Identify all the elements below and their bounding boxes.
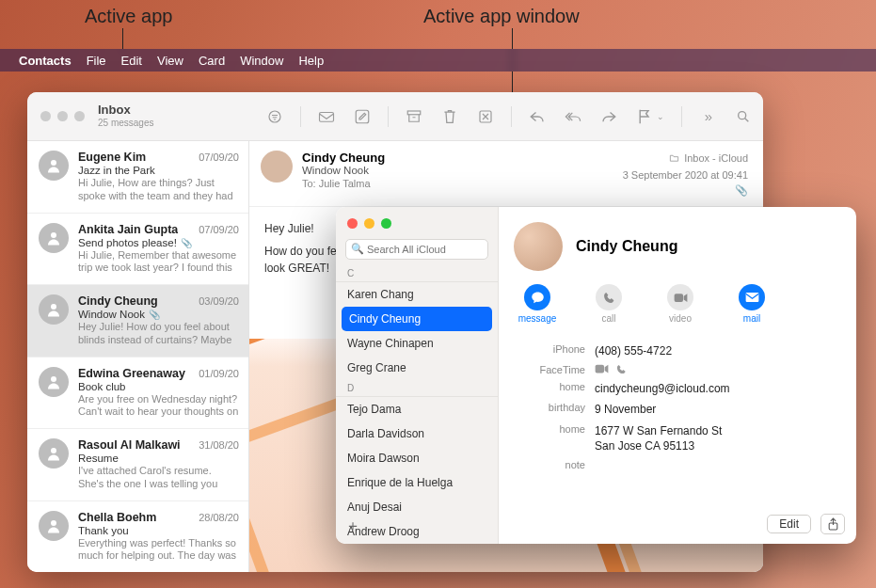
forward-icon[interactable]	[600, 108, 617, 125]
field-label: home	[514, 423, 585, 435]
action-label: message	[518, 313, 557, 324]
menubar-app-name[interactable]: Contacts	[19, 54, 72, 68]
contact-name: Cindy Cheung	[576, 238, 677, 255]
field-facetime: FaceTime	[514, 361, 841, 378]
menu-card[interactable]: Card	[199, 54, 225, 68]
compose-icon[interactable]	[354, 108, 371, 125]
svg-point-7	[51, 232, 56, 238]
contact-photo[interactable]	[514, 222, 563, 271]
facetime-video-icon[interactable]	[595, 364, 609, 374]
address-line: 1677 W San Fernando St	[595, 423, 841, 438]
contact-item[interactable]: Greg Crane	[336, 356, 498, 380]
contact-item[interactable]: Cindy Cheung	[342, 307, 492, 331]
message-subject: Window Nook📎	[78, 309, 239, 320]
message-preview: Hi Julie, Remember that awesome trip we …	[78, 249, 239, 276]
annotation-active-window: Active app window	[423, 6, 580, 27]
field-address: home 1677 W San Fernando St San Jose CA …	[514, 421, 841, 456]
reply-icon[interactable]	[529, 108, 546, 125]
search-input[interactable]	[345, 239, 488, 260]
avatar	[39, 294, 69, 325]
chevron-down-icon[interactable]: ⌄	[657, 112, 664, 121]
trash-icon[interactable]	[441, 108, 458, 125]
field-email: home cindycheung9@icloud.com	[514, 378, 841, 399]
contact-item[interactable]: Enrique de la Huelga	[336, 470, 498, 495]
svg-point-0	[269, 111, 280, 122]
svg-rect-13	[745, 293, 758, 302]
avatar	[39, 151, 69, 181]
minimize-button[interactable]	[364, 218, 374, 229]
field-label: home	[514, 381, 585, 392]
contact-item[interactable]: Tejo Dama	[336, 397, 498, 421]
message-item[interactable]: Chella Boehm28/08/20Thank youEverything …	[27, 501, 248, 573]
menu-view[interactable]: View	[157, 54, 183, 68]
minimize-button[interactable]	[57, 111, 68, 121]
field-value[interactable]: (408) 555-4722	[595, 343, 841, 358]
menu-help[interactable]: Help	[298, 54, 324, 68]
mail-action[interactable]: mail	[732, 284, 772, 324]
contacts-list[interactable]: CKaren ChangCindy CheungWayne ChinapenGr…	[336, 265, 498, 544]
message-preview: I've attached Carol's resume. She's the …	[78, 465, 239, 491]
attachment-icon: 📎	[623, 183, 748, 199]
close-button[interactable]	[347, 218, 358, 229]
message-list[interactable]: Eugene Kim07/09/20Jazz in the ParkHi Jul…	[27, 141, 249, 572]
svg-rect-12	[674, 294, 682, 302]
folder-icon	[669, 153, 679, 163]
flag-icon[interactable]	[636, 108, 653, 125]
message-from: Rasoul Al Malkawi	[78, 438, 181, 452]
message-subject: Thank you	[78, 525, 239, 536]
menu-file[interactable]: File	[87, 54, 106, 68]
close-button[interactable]	[40, 111, 51, 121]
message-item[interactable]: Cindy Cheung03/09/20Window Nook📎Hey Juli…	[27, 285, 248, 358]
call-action[interactable]: call	[589, 284, 629, 324]
more-icon[interactable]: »	[699, 108, 716, 125]
share-button[interactable]	[820, 514, 845, 534]
phone-icon	[596, 284, 622, 310]
contacts-sidebar: 🔍 CKaren ChangCindy CheungWayne Chinapen…	[336, 207, 499, 544]
svg-point-9	[51, 376, 56, 382]
message-location: Inbox - iCloud	[669, 151, 748, 167]
contact-fields: iPhone (408) 555-4722 FaceTime home cind…	[514, 341, 841, 473]
message-datetime: 3 September 2020 at 09:41	[623, 167, 748, 183]
svg-rect-3	[407, 111, 421, 115]
archive-icon[interactable]	[406, 108, 422, 125]
filter-icon[interactable]	[266, 108, 283, 125]
contact-item[interactable]: Moira Dawson	[336, 446, 498, 470]
reply-all-icon[interactable]	[565, 108, 581, 125]
compose-new-icon[interactable]	[318, 108, 335, 125]
video-icon	[667, 284, 693, 310]
contact-card: Cindy Cheung message call video mail iPh…	[499, 207, 856, 544]
edit-button[interactable]: Edit	[767, 515, 811, 533]
section-header: C	[336, 265, 498, 282]
zoom-button[interactable]	[74, 111, 85, 121]
mailbox-title-block: Inbox 25 messages	[98, 103, 153, 128]
message-subject: Jazz in the Park	[78, 165, 239, 176]
search-icon[interactable]	[735, 108, 752, 125]
message-date: 03/09/20	[199, 295, 239, 307]
sender-avatar	[261, 151, 293, 183]
field-value[interactable]: 1677 W San Fernando St San Jose CA 95113	[595, 423, 841, 453]
mail-toolbar: Inbox 25 messages ⌄ »	[27, 92, 763, 141]
message-item[interactable]: Eugene Kim07/09/20Jazz in the ParkHi Jul…	[27, 141, 248, 214]
facetime-audio-icon[interactable]	[616, 364, 627, 374]
add-contact-button[interactable]: ＋	[345, 516, 360, 536]
video-action[interactable]: video	[661, 284, 700, 324]
contact-item[interactable]: Darla Davidson	[336, 421, 498, 446]
zoom-button[interactable]	[381, 218, 391, 229]
field-value: 9 November	[595, 402, 841, 417]
field-value[interactable]: cindycheung9@icloud.com	[595, 381, 841, 396]
contact-item[interactable]: Wayne Chinapen	[336, 331, 498, 356]
field-iphone: iPhone (408) 555-4722	[514, 341, 841, 361]
menu-window[interactable]: Window	[240, 54, 283, 68]
message-item[interactable]: Ankita Jain Gupta07/09/20Send photos ple…	[27, 214, 248, 286]
action-label: call	[601, 313, 615, 324]
contacts-search: 🔍	[345, 239, 488, 260]
message-subject: Send photos please!📎	[78, 237, 239, 248]
message-item[interactable]: Rasoul Al Malkawi31/08/20ResumeI've atta…	[27, 429, 248, 501]
message-subject: Book club	[78, 381, 239, 392]
system-menubar: Contacts File Edit View Card Window Help	[0, 49, 876, 72]
contact-item[interactable]: Karen Chang	[336, 282, 498, 307]
junk-icon[interactable]	[477, 108, 494, 125]
message-action[interactable]: message	[518, 284, 557, 324]
message-item[interactable]: Edwina Greenaway01/09/20Book clubAre you…	[27, 358, 248, 430]
menu-edit[interactable]: Edit	[121, 54, 142, 68]
